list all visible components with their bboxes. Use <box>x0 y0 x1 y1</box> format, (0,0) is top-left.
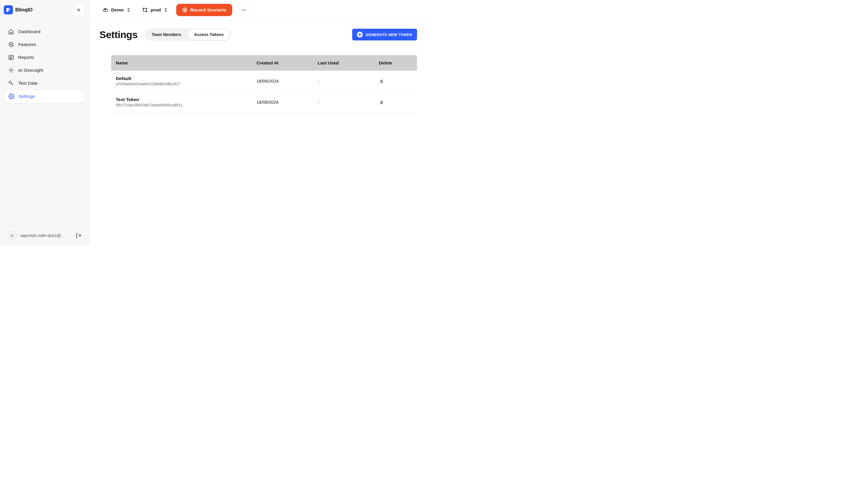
project-dropdown[interactable]: Demo <box>99 5 133 15</box>
main: Demo prod Record Scenario Settings Team … <box>89 0 427 245</box>
plus-circle-icon <box>357 31 363 38</box>
sort-icon <box>127 8 130 12</box>
tokens-table-wrap: Name Created At Last Used Delete Default… <box>99 55 417 113</box>
sidebar-item-label: Settings <box>18 94 35 99</box>
svg-rect-3 <box>9 8 9 9</box>
generate-label: GENERATE NEW TOKEN <box>366 32 412 37</box>
logout-button[interactable] <box>76 233 81 238</box>
collapse-sidebar-button[interactable] <box>73 4 85 15</box>
sidebar-item-features[interactable]: Features <box>4 38 85 51</box>
record-scenario-button[interactable]: Record Scenario <box>176 4 232 16</box>
svg-point-22 <box>243 9 244 10</box>
project-label: Demo <box>111 7 124 13</box>
topbar: Demo prod Record Scenario <box>89 0 427 20</box>
sidebar-footer: U sapnesh.naik+docs@… <box>6 225 83 245</box>
cell-created: 18/09/2024 <box>252 92 313 113</box>
list-icon <box>8 54 14 60</box>
record-label: Record Scenario <box>190 7 226 13</box>
sidebar-item-label: Features <box>18 42 36 47</box>
svg-rect-1 <box>7 9 8 10</box>
col-last-used: Last Used <box>313 55 374 70</box>
avatar[interactable]: U <box>8 231 17 240</box>
svg-line-13 <box>11 83 13 85</box>
table-header-row: Name Created At Last Used Delete <box>111 55 417 70</box>
sidebar-item-label: Dashboard <box>18 29 40 34</box>
wrench-icon <box>8 80 14 86</box>
env-label: prod <box>151 7 161 13</box>
table-row: Default a7009a0e5d1ea643226fa9823f6c3f27… <box>111 70 417 92</box>
header-row: Settings Team Members Access Tokens GENE… <box>99 28 417 41</box>
col-delete: Delete <box>374 55 417 70</box>
sort-icon <box>164 8 167 12</box>
hexagon-icon <box>8 42 14 48</box>
sidebar-item-reports[interactable]: Reports <box>4 51 85 64</box>
sidebar: BlinqIO Dashboard Features Reports AI Ov… <box>0 0 89 245</box>
token-name: Test Token <box>116 97 247 102</box>
trash-icon <box>379 79 384 84</box>
tab-access-tokens[interactable]: Access Tokens <box>188 29 230 40</box>
tokens-table: Name Created At Last Used Delete Default… <box>111 55 417 113</box>
sidebar-item-settings[interactable]: Settings <box>4 90 85 103</box>
record-icon <box>182 7 187 13</box>
page-title: Settings <box>99 29 138 40</box>
svg-rect-0 <box>7 8 8 9</box>
sidebar-item-test-data[interactable]: Test Data <box>4 77 85 90</box>
sidebar-item-label: Reports <box>18 55 34 60</box>
content: Settings Team Members Access Tokens GENE… <box>89 20 427 121</box>
branch-icon <box>142 7 148 13</box>
cell-delete <box>374 92 417 113</box>
sidebar-item-ai-oversight[interactable]: AI Oversight <box>4 64 85 77</box>
user-email: sapnesh.naik+docs@… <box>20 233 72 238</box>
col-name: Name <box>111 55 252 70</box>
delete-token-button[interactable] <box>379 79 412 84</box>
delete-token-button[interactable] <box>379 100 412 105</box>
sidebar-item-dashboard[interactable]: Dashboard <box>4 25 85 38</box>
brand[interactable]: BlinqIO <box>4 5 33 14</box>
tabs: Team Members Access Tokens <box>144 28 231 41</box>
cell-delete <box>374 70 417 92</box>
sidebar-header: BlinqIO <box>0 0 89 20</box>
home-icon <box>8 29 14 35</box>
cell-last-used: - <box>313 70 374 92</box>
cell-name: Default a7009a0e5d1ea643226fa9823f6c3f27 <box>111 70 252 92</box>
svg-rect-2 <box>7 11 8 12</box>
gear-icon <box>8 67 14 73</box>
sidebar-item-label: Test Data <box>18 81 37 86</box>
token-hash: a7009a0e5d1ea643226fa9823f6c3f27 <box>116 82 247 86</box>
sidebar-item-label: AI Oversight <box>18 68 43 73</box>
dots-icon <box>241 7 246 13</box>
svg-rect-4 <box>9 9 9 10</box>
tab-team-members[interactable]: Team Members <box>146 29 187 40</box>
more-button[interactable] <box>238 4 249 15</box>
svg-point-11 <box>11 70 12 71</box>
logout-icon <box>76 233 81 238</box>
trash-icon <box>379 100 384 105</box>
sidebar-nav: Dashboard Features Reports AI Oversight … <box>0 20 89 225</box>
brand-logo-icon <box>4 5 13 14</box>
cloud-icon <box>102 7 108 13</box>
svg-point-14 <box>11 96 12 97</box>
cog-icon <box>9 93 14 99</box>
chevron-first-icon <box>77 8 81 12</box>
brand-name: BlinqIO <box>15 7 33 13</box>
svg-point-23 <box>245 9 245 10</box>
svg-point-21 <box>242 9 243 10</box>
env-dropdown[interactable]: prod <box>139 5 170 15</box>
table-row: Test Token 59c27cdac35833a57ddab40e80ca8… <box>111 92 417 113</box>
token-hash: 59c27cdac35833a57ddab40e80ca8511 <box>116 103 247 107</box>
cell-last-used: - <box>313 92 374 113</box>
cell-name: Test Token 59c27cdac35833a57ddab40e80ca8… <box>111 92 252 113</box>
generate-token-button[interactable]: GENERATE NEW TOKEN <box>352 29 417 40</box>
col-created: Created At <box>252 55 313 70</box>
token-name: Default <box>116 76 247 81</box>
cell-created: 18/09/2024 <box>252 70 313 92</box>
svg-point-6 <box>11 44 12 45</box>
svg-point-20 <box>184 9 185 11</box>
